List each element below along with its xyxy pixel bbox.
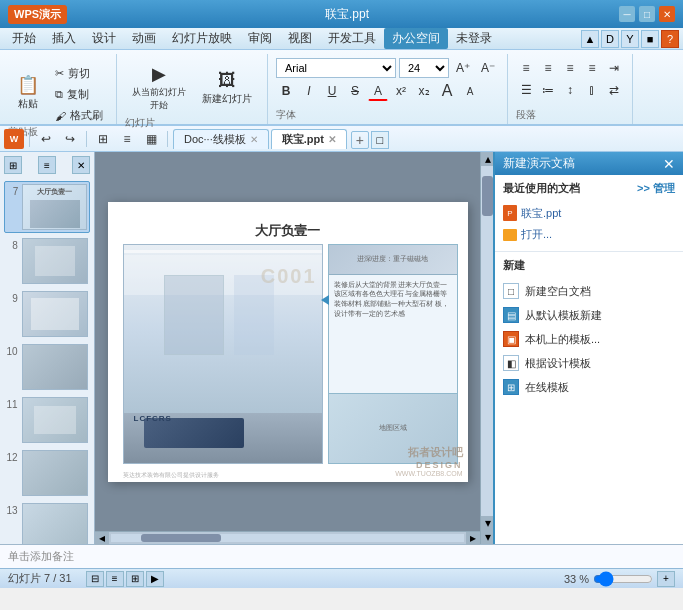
subscript-button[interactable]: x₂ <box>414 81 434 101</box>
line-spacing-button[interactable]: ↕ <box>560 80 580 100</box>
panel-toggle-4[interactable]: ■ <box>641 30 659 48</box>
new-slide-button[interactable]: 🖼 新建幻灯片 <box>195 64 259 110</box>
paste-button[interactable]: 📋 粘贴 <box>8 69 48 115</box>
menu-item-login[interactable]: 未登录 <box>448 28 500 49</box>
slide-thumb-10[interactable]: 10 <box>4 342 90 392</box>
new-blank-doc[interactable]: □ 新建空白文档 <box>503 279 675 303</box>
align-left-button[interactable]: ≡ <box>516 58 536 78</box>
tab-doc-template[interactable]: Doc···线模板 ✕ <box>173 129 269 149</box>
align-right-button[interactable]: ≡ <box>560 58 580 78</box>
tab-lianbao-close[interactable]: ✕ <box>328 134 336 145</box>
font-color-button[interactable]: A <box>368 81 388 101</box>
menu-item-slideshow[interactable]: 幻灯片放映 <box>164 28 240 49</box>
h-scroll-track[interactable] <box>111 534 464 542</box>
menu-item-insert[interactable]: 插入 <box>44 28 84 49</box>
minimize-button[interactable]: ─ <box>619 6 635 22</box>
manage-link[interactable]: >> 管理 <box>637 181 675 196</box>
indent-button[interactable]: ⇥ <box>604 58 624 78</box>
help-button[interactable]: ? <box>661 30 679 48</box>
slide-num-13: 13 <box>6 503 18 516</box>
font-inc-button[interactable]: A⁺ <box>452 58 474 78</box>
menu-item-devtools[interactable]: 开发工具 <box>320 28 384 49</box>
separator-1 <box>29 131 30 147</box>
v-scroll-track[interactable] <box>481 166 493 516</box>
strikethrough-button[interactable]: S <box>345 81 365 101</box>
recent-item-open[interactable]: 打开... <box>503 224 675 245</box>
panel-toggle-2[interactable]: D <box>601 30 619 48</box>
view-toggle-3[interactable]: ▦ <box>140 129 162 149</box>
new-from-local-template[interactable]: ▣ 本机上的模板... <box>503 327 675 351</box>
recent-item-open-label: 打开... <box>521 227 552 242</box>
menu-item-start[interactable]: 开始 <box>4 28 44 49</box>
v-scrollbar[interactable]: ▴ ▾ ▾ <box>480 152 493 544</box>
menu-item-design[interactable]: 设计 <box>84 28 124 49</box>
direction-button[interactable]: ⇄ <box>604 80 624 100</box>
menu-item-animation[interactable]: 动画 <box>124 28 164 49</box>
slide-num-11: 11 <box>6 397 18 410</box>
panel-list-button[interactable]: ≡ <box>38 156 56 174</box>
italic-button[interactable]: I <box>299 81 319 101</box>
font-dec-button[interactable]: A⁻ <box>477 58 499 78</box>
copy-button[interactable]: ⧉ 复制 <box>50 85 108 104</box>
note-area[interactable]: 单击添加备注 <box>0 544 683 568</box>
slide-thumb-13[interactable]: 13 <box>4 501 90 544</box>
redo-button[interactable]: ↪ <box>59 129 81 149</box>
align-justify-button[interactable]: ≡ <box>582 58 602 78</box>
panel-toggle-1[interactable]: ▲ <box>581 30 599 48</box>
format-icon: 🖌 <box>55 110 66 122</box>
superscript-button[interactable]: x² <box>391 81 411 101</box>
menu-item-review[interactable]: 审阅 <box>240 28 280 49</box>
maximize-button[interactable]: □ <box>639 6 655 22</box>
font-name-select[interactable]: Arial <box>276 58 396 78</box>
menu-item-officespace[interactable]: 办公空间 <box>384 28 448 49</box>
recent-item-lianbao[interactable]: P 联宝.ppt <box>503 202 675 224</box>
zoom-slider[interactable] <box>593 575 653 583</box>
panel-grid-button[interactable]: ⊞ <box>4 156 22 174</box>
font-small-button[interactable]: A <box>460 81 480 101</box>
start-slideshow-button[interactable]: ▶ 从当前幻灯片 开始 <box>125 58 193 116</box>
paste-label: 粘贴 <box>18 97 38 111</box>
tab-lianbao[interactable]: 联宝.ppt ✕ <box>271 129 347 149</box>
slide-thumb-9[interactable]: 9 <box>4 289 90 339</box>
new-online-template[interactable]: ⊞ 在线模板 <box>503 375 675 399</box>
font-size-select[interactable]: 24 <box>399 58 449 78</box>
scroll-left-button[interactable]: ◂ <box>95 532 109 545</box>
new-from-default-template[interactable]: ▤ 从默认模板新建 <box>503 303 675 327</box>
undo-button[interactable]: ↩ <box>35 129 57 149</box>
tab-doc-template-close[interactable]: ✕ <box>250 134 258 145</box>
slide-sorter-button[interactable]: ⊞ <box>126 571 144 587</box>
bold-button[interactable]: B <box>276 81 296 101</box>
numbered-list-button[interactable]: ≔ <box>538 80 558 100</box>
font-big-button[interactable]: A <box>437 81 457 101</box>
right-panel-close-button[interactable]: ✕ <box>663 156 675 172</box>
new-from-design-template[interactable]: ◧ 根据设计模板 <box>503 351 675 375</box>
panel-close-button[interactable]: ✕ <box>72 156 90 174</box>
view-toggle-2[interactable]: ≡ <box>116 129 138 149</box>
close-button[interactable]: ✕ <box>659 6 675 22</box>
list-button[interactable]: ☰ <box>516 80 536 100</box>
underline-button[interactable]: U <box>322 81 342 101</box>
cut-button[interactable]: ✂ 剪切 <box>50 64 108 83</box>
tab-add-button[interactable]: + <box>351 131 369 149</box>
outline-view-button[interactable]: ≡ <box>106 571 124 587</box>
v-scroll-thumb[interactable] <box>482 176 493 216</box>
align-center-button[interactable]: ≡ <box>538 58 558 78</box>
slide-thumb-8[interactable]: 8 <box>4 236 90 286</box>
menu-item-view[interactable]: 视图 <box>280 28 320 49</box>
scroll-right-button[interactable]: ▸ <box>466 532 480 545</box>
h-scrollbar[interactable]: ◂ ▸ <box>95 531 480 544</box>
h-scroll-thumb[interactable] <box>141 534 221 542</box>
columns-button[interactable]: ⫿ <box>582 80 602 100</box>
panel-toggle-3[interactable]: Y <box>621 30 639 48</box>
slide-thumb-11[interactable]: 11 <box>4 395 90 445</box>
slide-thumb-7[interactable]: 7 大厅负壹一 <box>4 181 90 233</box>
view-toggle-1[interactable]: ⊞ <box>92 129 114 149</box>
align-row-1: ≡ ≡ ≡ ≡ ⇥ <box>516 58 624 78</box>
zoom-in-button[interactable]: + <box>657 571 675 587</box>
format-button[interactable]: 🖌 格式刷 <box>50 106 108 125</box>
slide-canvas[interactable]: 大厅负壹一 LCFCRS <box>108 202 468 482</box>
slide-thumb-12[interactable]: 12 <box>4 448 90 498</box>
normal-view-button[interactable]: ⊟ <box>86 571 104 587</box>
slideshow-button[interactable]: ▶ <box>146 571 164 587</box>
window-icon[interactable]: □ <box>371 131 389 149</box>
